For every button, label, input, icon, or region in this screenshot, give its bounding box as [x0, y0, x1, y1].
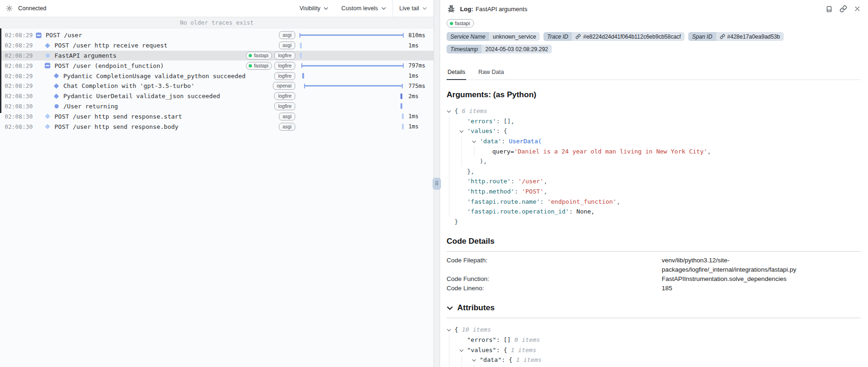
- fastapi-badge[interactable]: fastapi: [246, 62, 272, 70]
- detail-title: Log:FastAPI arguments: [460, 6, 527, 13]
- chip-value: #e8224d24d41f064b112c6eb9cb58cacf: [572, 32, 685, 41]
- trace-row[interactable]: 02:08:30POST /user http send response.st…: [0, 111, 434, 121]
- duration-bar-area: [299, 81, 404, 91]
- duration-bar: [299, 33, 404, 38]
- visibility-menu[interactable]: Visibility: [293, 0, 335, 17]
- code-token: None,: [576, 208, 595, 215]
- trace-row-name: POST /user http send response.start: [54, 113, 279, 120]
- trace-row[interactable]: 02:08:29Pydantic CompletionUsage validat…: [0, 71, 434, 81]
- indent-guide: [461, 136, 472, 147]
- code-token: ),: [480, 158, 487, 165]
- asgi-badge[interactable]: asgi: [279, 113, 295, 120]
- chip-value-text: unknown_service: [493, 33, 536, 40]
- collapse-chevron-icon[interactable]: [459, 127, 467, 134]
- code-token: ,: [543, 188, 547, 195]
- tab-raw-data[interactable]: Raw Data: [477, 65, 505, 80]
- t-icon: [44, 63, 51, 68]
- duration-label: 810ms: [404, 32, 431, 39]
- detail-panel: Log:FastAPI arguments fastapi: [440, 0, 868, 367]
- duration-bar: [302, 73, 304, 79]
- collapse-chevron-icon[interactable]: [472, 356, 480, 363]
- span-id-chip[interactable]: Span ID #428e17a0ea9ad53b: [688, 32, 784, 41]
- logfire-badge[interactable]: logfire: [274, 92, 295, 100]
- asgi-badge[interactable]: asgi: [279, 41, 295, 49]
- indent-guide: [474, 146, 484, 156]
- logfire-badge[interactable]: logfire: [274, 52, 295, 60]
- fastapi-badge[interactable]: fastapi: [246, 52, 272, 60]
- collapse-minus-icon[interactable]: [36, 33, 41, 38]
- trace-row[interactable]: 02:08:29POST /userasgi810ms: [0, 30, 434, 40]
- duration-bar-area: [299, 71, 404, 81]
- attributes-heading-text: Attributes: [457, 303, 495, 313]
- fastapi-tag-badge[interactable]: fastapi: [447, 19, 474, 27]
- trace-row[interactable]: 02:08:30Pydantic UserDetail validate_jso…: [0, 91, 434, 101]
- code-token: ,: [543, 178, 547, 185]
- collapse-chevron-icon[interactable]: [447, 107, 454, 114]
- custom-levels-menu[interactable]: Custom levels: [335, 0, 393, 17]
- trace-row-name: POST /user: [46, 32, 279, 39]
- asgi-badge[interactable]: asgi: [279, 123, 295, 131]
- chip-value: 2024-05-03 02:08:29.292: [481, 45, 552, 53]
- collapse-minus-icon[interactable]: [45, 63, 50, 68]
- copy-link-icon[interactable]: [840, 5, 847, 13]
- code-token: ,: [707, 148, 711, 155]
- code-token: query=: [492, 148, 514, 155]
- live-tail-menu[interactable]: Live tail: [393, 0, 434, 17]
- logfire-badge[interactable]: logfire: [274, 62, 295, 70]
- indent-guide: [449, 335, 459, 345]
- trace-row[interactable]: 02:08:30POST /user http send response.bo…: [0, 121, 434, 132]
- trace-row-name: Pydantic UserDetail validate_json succee…: [63, 93, 274, 100]
- code-line: 'errors': [],: [447, 116, 861, 127]
- trace-row[interactable]: 02:08:29POST /user (endpoint_function)fa…: [0, 60, 434, 71]
- code-token: 1 items: [511, 347, 536, 354]
- code-line: }: [447, 217, 861, 227]
- tab-details[interactable]: Details: [447, 65, 466, 80]
- collapse-chevron-icon[interactable]: [447, 326, 454, 333]
- code-function-row: Code Function: FastAPIInstrumentation.so…: [447, 274, 861, 284]
- custom-levels-label: Custom levels: [341, 5, 378, 12]
- trace-id-chip[interactable]: Trace ID #e8224d24d41f064b112c6eb9cb58ca…: [543, 32, 685, 41]
- indent-guide: [449, 146, 459, 156]
- settings-gear-icon[interactable]: [6, 5, 13, 12]
- t-time: 02:08:29: [5, 82, 35, 89]
- panel-bottom-icon[interactable]: [826, 6, 833, 13]
- t-badges: asgi: [279, 31, 295, 39]
- meta-chips: Service Name unknown_service Trace ID #e…: [447, 32, 861, 53]
- t-time: 02:08:29: [5, 42, 35, 49]
- collapse-chevron-icon[interactable]: [459, 347, 467, 354]
- collapse-chevron-icon[interactable]: [472, 138, 480, 145]
- panel-resize-handle-icon[interactable]: ⠿: [433, 178, 441, 190]
- trace-row[interactable]: 02:08:29POST /user http receive requesta…: [0, 40, 434, 51]
- code-token: : []: [496, 336, 515, 343]
- logfire-badge[interactable]: logfire: [274, 72, 295, 80]
- span-diamond-icon: [54, 73, 59, 78]
- close-icon[interactable]: [854, 6, 861, 12]
- chip-value-text: #428e17a0ea9ad53b: [727, 33, 780, 40]
- code-token: : {: [502, 356, 516, 363]
- trace-row[interactable]: 02:08:30/User returninglogfire: [0, 101, 434, 112]
- duration-bar-area: [299, 40, 404, 51]
- t-icon: [53, 74, 60, 78]
- code-line: 'http.route': '/user',: [447, 176, 861, 187]
- t-badges: asgi: [279, 113, 295, 120]
- code-line: "data": { 1 items: [447, 355, 861, 365]
- trace-row[interactable]: 02:08:29FastAPI argumentsfastapilogfire: [0, 51, 434, 61]
- trace-row-name: Chat Completion with 'gpt-3.5-turbo': [63, 82, 273, 89]
- t-time: 02:08:30: [5, 103, 35, 110]
- asgi-badge[interactable]: asgi: [279, 31, 295, 39]
- code-lineno-value: 185: [662, 284, 672, 293]
- logfire-badge[interactable]: logfire: [274, 102, 295, 110]
- indent-guide: [449, 126, 459, 136]
- duration-bar: [304, 84, 403, 88]
- live-tail-label: Live tail: [400, 5, 419, 12]
- t-badges: logfire: [274, 92, 295, 100]
- code-token: : {: [496, 127, 507, 134]
- collapse-chevron-icon[interactable]: [447, 306, 453, 310]
- no-older-traces-banner: No older traces exist: [0, 17, 434, 28]
- trace-row[interactable]: 02:08:29Chat Completion with 'gpt-3.5-tu…: [0, 81, 434, 91]
- openai-badge[interactable]: openai: [273, 82, 295, 90]
- t-time: 02:08:29: [5, 73, 35, 80]
- code-lineno-label: Code Lineno:: [447, 284, 662, 293]
- code-token: 1 items: [516, 356, 542, 363]
- code-token: 'http.method': [467, 188, 515, 195]
